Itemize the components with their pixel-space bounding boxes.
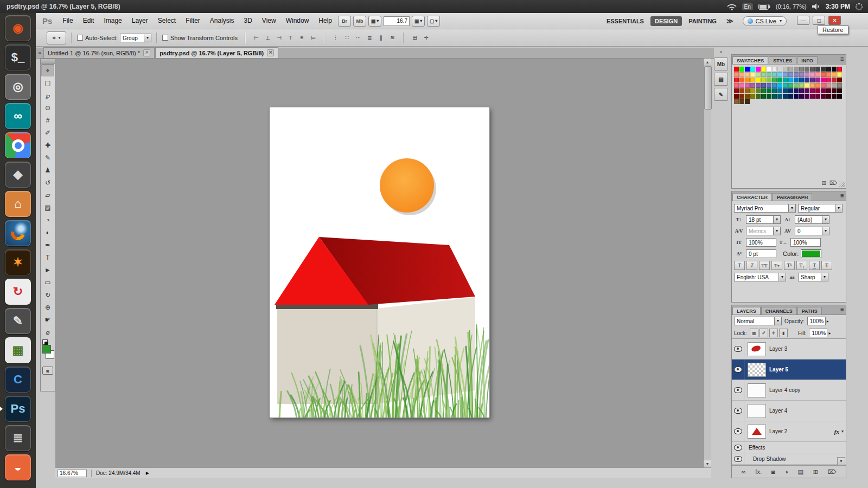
color-swatch[interactable]: [837, 67, 842, 72]
panel-menu-icon[interactable]: ≣: [840, 193, 844, 198]
panel-tab[interactable]: LAYERS: [732, 307, 761, 314]
tab-overflow-icon[interactable]: »: [36, 48, 43, 58]
align-h-centers-icon[interactable]: ⊥: [263, 33, 273, 43]
color-swatch[interactable]: [777, 72, 782, 77]
scrollbar-thumb[interactable]: [704, 66, 712, 110]
color-swatch[interactable]: [750, 88, 755, 93]
layer-name[interactable]: Layer 4 copy: [769, 387, 800, 393]
color-swatch[interactable]: [739, 78, 744, 82]
workspace-button[interactable]: ESSENTIALS: [602, 16, 648, 26]
color-swatch[interactable]: [805, 88, 809, 93]
launcher-editor[interactable]: ✎: [5, 308, 31, 334]
launcher-item[interactable]: ≣: [5, 425, 31, 451]
launcher-software[interactable]: ◒: [5, 454, 31, 480]
color-swatch[interactable]: [810, 94, 815, 99]
color-swatch[interactable]: [810, 72, 815, 77]
menu-item[interactable]: Help: [314, 13, 337, 29]
color-swatch[interactable]: [772, 78, 777, 82]
color-swatch[interactable]: [745, 88, 750, 93]
bridge-button[interactable]: Br: [338, 16, 351, 27]
status-flyout-icon[interactable]: ▶: [146, 471, 149, 476]
visibility-cell[interactable]: [732, 401, 744, 421]
launcher-item[interactable]: ✶: [5, 249, 31, 275]
launcher-item[interactable]: [5, 132, 31, 158]
launcher-inkscape[interactable]: ◆: [5, 162, 31, 188]
color-swatch[interactable]: [805, 72, 809, 77]
color-swatch[interactable]: [777, 67, 782, 72]
path-selection-tool[interactable]: ►: [41, 264, 54, 276]
launcher-item[interactable]: ⌂: [5, 191, 31, 217]
panel-menu-icon[interactable]: ≣: [840, 307, 844, 312]
launcher-item[interactable]: ✎: [5, 308, 31, 334]
color-swatch[interactable]: [810, 78, 815, 82]
color-swatch[interactable]: [805, 83, 809, 88]
align-top-edges-icon[interactable]: ⊤: [285, 33, 296, 43]
color-swatch[interactable]: [788, 67, 793, 72]
all-caps-button[interactable]: TT: [759, 261, 770, 270]
layer-row[interactable]: Drop Shadow fx ▾: [732, 453, 846, 465]
text-color-swatch[interactable]: [801, 249, 821, 258]
layer-fx-badge[interactable]: fx ▾: [834, 428, 846, 435]
color-swatch[interactable]: [788, 72, 793, 77]
status-zoom-field[interactable]: 16.67%: [58, 470, 87, 477]
blur-tool[interactable]: ◔: [41, 214, 54, 226]
opacity-field[interactable]: 100% ▸: [807, 317, 829, 325]
color-swatch[interactable]: [734, 94, 739, 99]
color-swatch[interactable]: [821, 78, 826, 82]
baseline-shift-field[interactable]: 0 pt: [746, 249, 776, 258]
menu-item[interactable]: Select: [153, 13, 181, 29]
color-swatch[interactable]: [783, 88, 788, 93]
color-swatch[interactable]: [815, 94, 820, 99]
new-layer-icon[interactable]: ⊞: [813, 468, 818, 476]
color-swatch[interactable]: [837, 83, 842, 88]
lasso-tool[interactable]: ℘: [41, 89, 54, 101]
launcher-photoshop[interactable]: Ps: [5, 396, 31, 422]
visibility-cell[interactable]: [732, 359, 744, 380]
color-swatch[interactable]: [832, 94, 837, 99]
new-swatch-icon[interactable]: ⊞: [821, 180, 826, 186]
color-swatch[interactable]: [756, 88, 761, 93]
layer-thumbnail[interactable]: [748, 383, 766, 397]
color-swatch[interactable]: [750, 67, 755, 72]
visibility-cell[interactable]: [732, 380, 744, 400]
color-swatch[interactable]: [815, 72, 820, 77]
workspace-overflow-icon[interactable]: ≫: [722, 17, 738, 25]
color-swatch[interactable]: [761, 88, 766, 93]
font-style-dropdown[interactable]: Regular: [798, 204, 843, 213]
color-swatch[interactable]: [794, 78, 799, 82]
restore-button[interactable]: ▢: [813, 16, 825, 25]
color-swatch[interactable]: [832, 88, 837, 93]
color-swatch[interactable]: [777, 83, 782, 88]
layer-thumbnail[interactable]: [748, 404, 766, 418]
color-swatch[interactable]: [761, 72, 766, 77]
color-swatch[interactable]: [750, 72, 755, 77]
color-swatch[interactable]: [783, 78, 788, 82]
color-swatch[interactable]: [745, 78, 750, 82]
color-swatch[interactable]: [745, 67, 750, 72]
color-swatch[interactable]: [826, 83, 831, 88]
color-swatch[interactable]: [788, 83, 793, 88]
link-layers-icon[interactable]: ∞: [742, 468, 746, 475]
eye-icon[interactable]: [734, 445, 742, 451]
layer-name[interactable]: Layer 2: [769, 428, 787, 434]
color-swatch[interactable]: [739, 83, 744, 88]
move-tool[interactable]: ⌖: [41, 64, 54, 76]
color-swatch[interactable]: [821, 94, 826, 99]
layer-name[interactable]: Effects: [749, 445, 765, 451]
notes-panel-icon[interactable]: ✎: [714, 88, 728, 101]
marquee-tool[interactable]: ▢: [41, 76, 54, 89]
subscript-button[interactable]: T₁: [796, 261, 807, 270]
3d-rotate-tool[interactable]: ↻: [41, 288, 54, 301]
launcher-item[interactable]: ▦: [5, 337, 31, 363]
zoom-level-field[interactable]: 16.7: [384, 16, 410, 26]
crop-tool[interactable]: #: [41, 114, 54, 126]
fill-field[interactable]: 100% ▸: [809, 329, 831, 337]
arrange-documents-button[interactable]: ▣▾: [412, 16, 425, 27]
color-swatch[interactable]: [745, 94, 750, 99]
menu-item[interactable]: 3D: [239, 13, 257, 29]
color-swatch[interactable]: [821, 88, 826, 93]
document-tab[interactable]: psdtry.psd @ 16.7% (Layer 5, RGB/8) ×: [155, 47, 278, 58]
launcher-flame[interactable]: ✶: [5, 249, 31, 275]
color-swatch[interactable]: [734, 88, 739, 93]
panel-tab[interactable]: INFO: [797, 56, 818, 64]
